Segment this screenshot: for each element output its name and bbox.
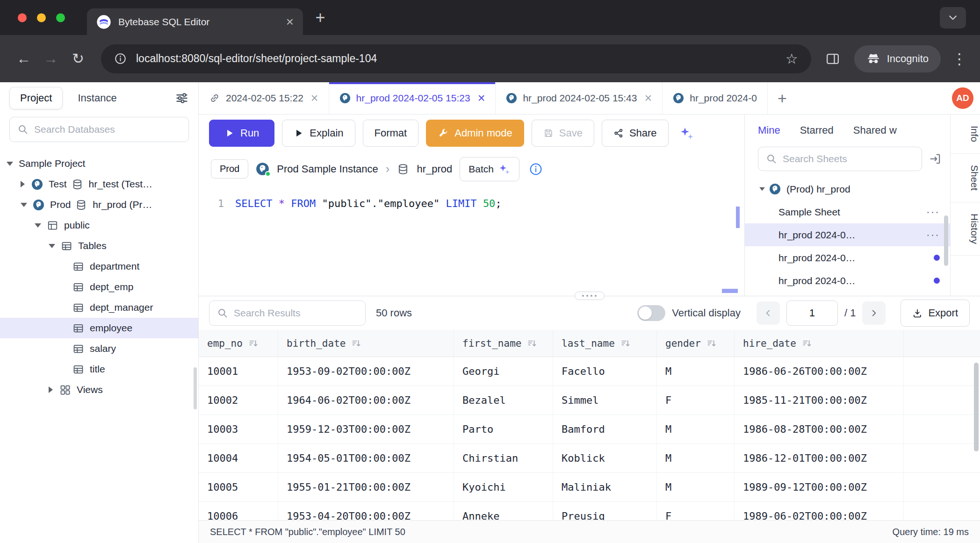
address-bar[interactable]: localhost:8080/sql-editor/sheet/project-… bbox=[101, 44, 811, 73]
editor-vertical-scrollbar[interactable] bbox=[736, 207, 740, 228]
page-input[interactable] bbox=[786, 300, 838, 326]
tree-item-hr-test[interactable]: Testhr_test (Test… bbox=[0, 174, 198, 194]
sheet-item-1[interactable]: Sample Sheet··· bbox=[745, 200, 950, 223]
tab-starred[interactable]: Starred bbox=[800, 124, 834, 136]
admin-mode-button[interactable]: Admin mode bbox=[426, 120, 524, 147]
chevron-right-icon[interactable] bbox=[21, 181, 25, 187]
forward-button[interactable]: → bbox=[40, 48, 62, 70]
close-window-button[interactable] bbox=[18, 13, 27, 22]
ai-assistant-button[interactable] bbox=[676, 123, 698, 143]
side-panel-icon[interactable] bbox=[825, 51, 840, 66]
column-header-hire_date[interactable]: hire_date bbox=[735, 330, 904, 357]
collapse-panel-icon[interactable] bbox=[929, 152, 942, 165]
export-button[interactable]: Export bbox=[901, 300, 970, 327]
sheet-search-input[interactable] bbox=[783, 153, 914, 164]
bookmark-star-icon[interactable]: ☆ bbox=[785, 50, 798, 67]
reload-button[interactable]: ↻ bbox=[67, 48, 89, 70]
tree-item-public[interactable]: public bbox=[0, 215, 198, 236]
results-search-box[interactable] bbox=[209, 300, 366, 326]
save-button[interactable]: Save bbox=[532, 120, 594, 147]
back-button[interactable]: ← bbox=[13, 48, 35, 70]
batch-button[interactable]: Batch bbox=[460, 157, 519, 181]
sheet-item-4[interactable]: hr_prod 2024-0… bbox=[745, 269, 950, 292]
tree-item-views[interactable]: Views bbox=[0, 379, 198, 400]
database-name[interactable]: hr_prod bbox=[417, 163, 452, 175]
close-tab-icon[interactable]: × bbox=[311, 92, 318, 105]
chevron-down-icon[interactable] bbox=[759, 187, 765, 191]
tree-item-sample-project[interactable]: Sample Project bbox=[0, 153, 198, 174]
rail-tab-sheet[interactable]: Sheet bbox=[951, 154, 980, 202]
table-scrollbar-thumb[interactable] bbox=[974, 363, 979, 451]
prev-page-button[interactable] bbox=[757, 301, 780, 325]
sheet-item-2[interactable]: hr_prod 2024-0…··· bbox=[745, 223, 950, 246]
database-search-box[interactable] bbox=[9, 117, 189, 142]
tree-item-hr-prod[interactable]: Prodhr_prod (Pr… bbox=[0, 194, 198, 215]
column-header-emp_no[interactable]: emp_no bbox=[199, 330, 278, 357]
column-header-last_name[interactable]: last_name bbox=[553, 330, 657, 357]
user-avatar[interactable]: AD bbox=[952, 87, 973, 109]
editor-horizontal-scrollbar[interactable] bbox=[722, 289, 738, 293]
result-row-1[interactable]: 100011953-09-02T00:00:00ZGeorgiFacelloM1… bbox=[199, 357, 980, 386]
column-header-birth_date[interactable]: birth_date bbox=[278, 330, 454, 357]
sql-editor[interactable]: 1 SELECT * FROM "public"."employee" LIMI… bbox=[199, 186, 744, 296]
tree-item-dept-emp[interactable]: dept_emp bbox=[0, 277, 198, 297]
tab-project[interactable]: Project bbox=[9, 87, 63, 109]
tree-item-tables[interactable]: Tables bbox=[0, 236, 198, 256]
filter-settings-icon[interactable] bbox=[175, 91, 189, 105]
tab-search-button[interactable] bbox=[940, 7, 966, 29]
run-button[interactable]: Run bbox=[209, 120, 274, 147]
result-row-2[interactable]: 100021964-06-02T00:00:00ZBezalelSimmelF1… bbox=[199, 386, 980, 415]
splitter-handle[interactable] bbox=[575, 292, 605, 300]
sheet-group[interactable]: (Prod) hr_prod bbox=[745, 178, 950, 200]
browser-menu-button[interactable]: ⋮ bbox=[952, 50, 967, 68]
tree-item-title[interactable]: title bbox=[0, 359, 198, 379]
next-page-button[interactable] bbox=[862, 301, 886, 325]
column-header-first_name[interactable]: first_name bbox=[454, 330, 553, 357]
result-row-6[interactable]: 100061953-04-20T00:00:00ZAnnekePreusigF1… bbox=[199, 502, 980, 520]
editor-tab-4[interactable]: hr_prod 2024-0 bbox=[663, 82, 768, 114]
rail-tab-info[interactable]: Info bbox=[951, 114, 980, 154]
tab-mine[interactable]: Mine bbox=[758, 124, 780, 136]
sheets-scrollbar-thumb[interactable] bbox=[944, 215, 948, 266]
editor-tab-3[interactable]: hr_prod 2024-02-05 15:43× bbox=[496, 82, 663, 114]
format-button[interactable]: Format bbox=[363, 120, 419, 147]
tree-item-dept-manager[interactable]: dept_manager bbox=[0, 297, 198, 318]
chevron-down-icon[interactable] bbox=[49, 244, 55, 248]
share-button[interactable]: Share bbox=[602, 120, 669, 147]
database-search-input[interactable] bbox=[34, 124, 181, 135]
tree-item-employee[interactable]: employee bbox=[0, 318, 198, 338]
result-row-4[interactable]: 100041954-05-01T00:00:00ZChirstianKoblic… bbox=[199, 444, 980, 473]
sidebar-scrollbar-thumb[interactable] bbox=[194, 367, 197, 409]
chevron-down-icon[interactable] bbox=[7, 162, 13, 166]
zoom-window-button[interactable] bbox=[56, 13, 65, 22]
instance-name[interactable]: Prod Sample Instance bbox=[277, 163, 378, 175]
chevron-down-icon[interactable] bbox=[35, 223, 41, 228]
column-header-gender[interactable]: gender bbox=[657, 330, 735, 357]
new-browser-tab-button[interactable]: + bbox=[308, 5, 333, 30]
vertical-display-toggle[interactable] bbox=[637, 305, 665, 321]
results-search-input[interactable] bbox=[234, 307, 358, 319]
minimize-window-button[interactable] bbox=[37, 13, 46, 22]
new-query-button[interactable]: + bbox=[768, 82, 797, 114]
site-info-icon[interactable] bbox=[114, 52, 127, 65]
close-browser-tab-icon[interactable]: × bbox=[286, 15, 294, 29]
tab-instance[interactable]: Instance bbox=[67, 87, 127, 109]
rail-tab-history[interactable]: History bbox=[951, 202, 980, 256]
tree-item-department[interactable]: department bbox=[0, 256, 198, 277]
tab-shared[interactable]: Shared w bbox=[853, 124, 897, 136]
result-row-5[interactable]: 100051955-01-21T00:00:00ZKyoichiMaliniak… bbox=[199, 473, 980, 502]
editor-tab-2[interactable]: hr_prod 2024-02-05 15:23× bbox=[329, 82, 496, 114]
chevron-right-icon[interactable] bbox=[49, 386, 53, 393]
sheet-search-box[interactable] bbox=[758, 147, 922, 171]
result-row-3[interactable]: 100031959-12-03T00:00:00ZPartoBamfordM19… bbox=[199, 415, 980, 444]
explain-button[interactable]: Explain bbox=[282, 120, 355, 147]
browser-tab[interactable]: Bytebase SQL Editor × bbox=[87, 8, 303, 35]
close-tab-icon[interactable]: × bbox=[478, 92, 485, 105]
tree-item-salary[interactable]: salary bbox=[0, 338, 198, 359]
editor-tab-1[interactable]: 2024-02-05 15:22× bbox=[199, 82, 329, 114]
info-icon[interactable] bbox=[529, 162, 543, 176]
chevron-down-icon[interactable] bbox=[21, 203, 27, 207]
close-tab-icon[interactable]: × bbox=[644, 92, 652, 105]
more-actions-icon[interactable]: ··· bbox=[926, 229, 940, 241]
sheet-item-3[interactable]: hr_prod 2024-0… bbox=[745, 246, 950, 269]
